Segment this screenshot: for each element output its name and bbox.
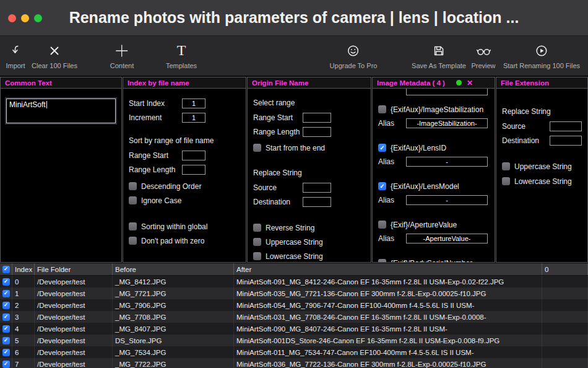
clear-files-button[interactable]: Clear 100 Files (32, 43, 77, 69)
reverse-string-label: Reverse String (266, 224, 314, 232)
origin-uppercase-checkbox[interactable]: ✓ (253, 238, 261, 246)
alias-input[interactable] (406, 195, 488, 205)
row-checkbox[interactable]: ✓ (2, 361, 10, 368)
ext-lowercase-checkbox[interactable]: ✓ (502, 177, 510, 185)
alias-input-partial[interactable] (406, 89, 488, 95)
check-icon: ✓ (4, 291, 9, 296)
increment-input[interactable] (182, 113, 205, 123)
import-button[interactable]: Import (6, 43, 25, 69)
index-panel-title: Index by file name (128, 79, 189, 87)
row-checkbox[interactable]: ✓ (2, 278, 10, 286)
increment-label: Increment (129, 113, 182, 122)
row-checkbox[interactable]: ✓ (2, 302, 10, 309)
start-index-input[interactable] (182, 99, 205, 108)
descending-order-checkbox[interactable]: ✓ (129, 182, 137, 190)
dont-pad-checkbox[interactable]: ✓ (129, 237, 137, 245)
metadata-checkbox[interactable]: ✓ (378, 182, 386, 190)
row-before: _MG_8407.JPG (113, 323, 234, 335)
ext-destination-input[interactable] (550, 136, 582, 146)
header-index[interactable]: Index (12, 263, 35, 275)
row-index: 7 (12, 358, 35, 368)
metadata-checkbox[interactable]: ✓ (378, 144, 386, 152)
metadata-checkbox[interactable]: ✓ (378, 105, 386, 113)
row-checkbox[interactable]: ✓ (2, 337, 10, 344)
minimize-window-button[interactable] (21, 14, 29, 22)
origin-lowercase-checkbox[interactable]: ✓ (253, 252, 261, 260)
metadata-checkbox[interactable]: ✓ (378, 259, 386, 262)
row-checkbox[interactable]: ✓ (2, 325, 10, 333)
ext-destination-label: Destination (502, 136, 547, 145)
upgrade-to-pro-button[interactable]: Upgrade To Pro (330, 43, 378, 69)
table-row[interactable]: ✓ 4 /Developer/test _MG_8407.JPG MiniArt… (0, 323, 588, 335)
row-folder: /Developer/test (35, 358, 113, 368)
origin-lowercase-label: Lowercase String (266, 252, 323, 261)
start-from-end-checkbox[interactable]: ✓ (253, 144, 261, 152)
index-range-length-input[interactable] (182, 165, 205, 175)
metadata-item: ✓ {ExifAux}/ImageStabilization Alias (378, 105, 489, 128)
save-as-template-button[interactable]: Save As Template (412, 43, 466, 69)
header-before[interactable]: Before (113, 263, 234, 275)
zoom-window-button[interactable] (34, 14, 42, 22)
templates-button[interactable]: T Templates (166, 43, 197, 69)
origin-range-length-row: Range Length (253, 127, 365, 137)
row-after: MiniArtSoft-035_MG_7721-136-Canon EF 300… (234, 287, 542, 299)
table-row[interactable]: ✓ 0 /Developer/test _MG_8412.JPG MiniArt… (0, 276, 588, 287)
row-index: 5 (12, 335, 35, 346)
glasses-icon (475, 43, 491, 58)
table-row[interactable]: ✓ 3 /Developer/test _MG_7708.JPG MiniArt… (0, 311, 588, 323)
close-window-button[interactable] (8, 14, 16, 22)
ext-uppercase-checkbox[interactable]: ✓ (502, 162, 510, 170)
app-window: Rename photos with parameters of camera … (0, 0, 588, 368)
index-panel: Index by file name Start Index Increment… (123, 77, 246, 263)
content-button[interactable]: Content (110, 43, 134, 69)
common-text-value: MiniArtSoft (9, 100, 46, 109)
header-file-folder[interactable]: File Folder (35, 263, 113, 275)
header-last[interactable]: 0 (542, 263, 588, 275)
alias-input[interactable] (406, 234, 488, 243)
index-range-length-row: Range Length (129, 165, 240, 175)
start-from-end-label: Start from the end (266, 144, 325, 152)
index-range-start-row: Range Start (129, 151, 240, 160)
table-row[interactable]: ✓ 5 /Developer/test DS_Store.JPG MiniArt… (0, 335, 588, 346)
start-renaming-button[interactable]: Start Renaming 100 Files (503, 43, 580, 69)
row-checkbox[interactable]: ✓ (2, 313, 10, 321)
table-row[interactable]: ✓ 7 /Developer/test _MG_7722.JPG MiniArt… (0, 358, 588, 368)
table-row[interactable]: ✓ 1 /Developer/test _MG_7721.JPG MiniArt… (0, 287, 588, 299)
metadata-close-icon[interactable]: ✕ (467, 79, 473, 87)
descending-order-row: ✓ Descending Order (129, 182, 240, 191)
sort-by-range-label: Sort by range of file name (129, 136, 240, 145)
origin-source-input[interactable] (303, 183, 331, 193)
origin-destination-input[interactable] (303, 197, 331, 207)
common-text-input[interactable]: MiniArtSoft (6, 99, 116, 123)
metadata-checkbox[interactable]: ✓ (378, 221, 386, 229)
origin-range-start-input[interactable] (303, 113, 331, 123)
row-checkbox[interactable]: ✓ (2, 349, 10, 356)
check-icon: ✓ (4, 361, 9, 367)
row-after: MiniArtSoft-054_MG_7906-747-Canon EF100-… (234, 299, 542, 311)
table-row[interactable]: ✓ 2 /Developer/test _MG_7906.JPG MiniArt… (0, 299, 588, 311)
ext-source-input[interactable] (550, 121, 582, 131)
alias-input[interactable] (406, 118, 488, 128)
row-after: MiniArtSoft-011_MG_7534-747-Canon EF100-… (234, 346, 542, 358)
check-icon: ✓ (379, 145, 384, 151)
common-text-panel: Common Text MiniArtSoft (0, 77, 122, 263)
preview-button[interactable]: Preview (471, 43, 495, 69)
metadata-item: ✓ {ExifAux}/LensID Alias (378, 143, 489, 167)
alias-label: Alias (378, 196, 406, 204)
alias-label: Alias (378, 157, 406, 166)
select-all-checkbox[interactable]: ✓ (2, 266, 10, 273)
metadata-item: ✓ {Exif}/BodySerialNumber Alias (378, 258, 489, 262)
ignore-case-checkbox[interactable]: ✓ (129, 196, 137, 204)
metadata-list: ✓ {ExifAux}/ImageStabilization Alias ✓ {… (373, 89, 495, 262)
index-range-start-input[interactable] (182, 151, 205, 160)
row-checkbox-cell: ✓ (0, 323, 12, 335)
origin-range-length-input[interactable] (303, 127, 331, 137)
row-checkbox[interactable]: ✓ (2, 290, 10, 297)
header-after[interactable]: After (234, 263, 542, 275)
row-folder: /Developer/test (35, 311, 113, 323)
reverse-string-checkbox[interactable]: ✓ (253, 224, 261, 232)
sorting-global-checkbox[interactable]: ✓ (129, 222, 137, 230)
table-row[interactable]: ✓ 6 /Developer/test _MG_7534.JPG MiniArt… (0, 346, 588, 358)
origin-range-start-label: Range Start (253, 113, 303, 122)
alias-input[interactable] (406, 157, 488, 167)
